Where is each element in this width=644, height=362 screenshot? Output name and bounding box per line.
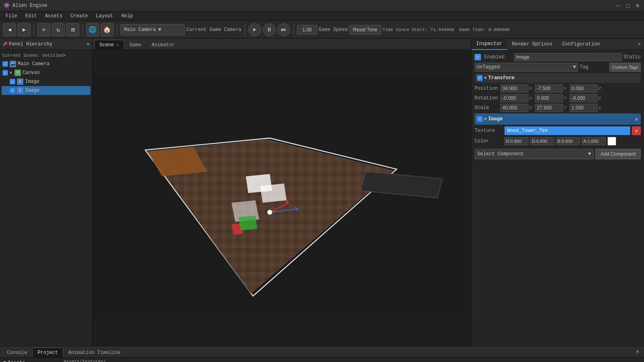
play-button[interactable]: ▶ bbox=[248, 23, 261, 36]
tab-game-label: Game bbox=[130, 42, 141, 48]
rot-z-input[interactable] bbox=[570, 94, 598, 102]
camera-label: Main Camera bbox=[124, 27, 156, 33]
tab-game[interactable]: Game bbox=[124, 40, 147, 49]
hierarchy-item-main-camera[interactable]: 📷 Main Camera bbox=[2, 60, 91, 68]
add-component-button[interactable]: Add Component bbox=[595, 149, 641, 159]
inspector-content: Enabled Static UnTagged ▼ Tag Custom Tag… bbox=[471, 50, 644, 346]
add-component-row: Select Component ▼ Add Component bbox=[475, 149, 641, 159]
rot-y-input[interactable] bbox=[535, 94, 563, 102]
titlebar: 👾 Alien Engine ─ □ ✕ bbox=[0, 0, 644, 11]
bottom-content: ▼ Assets AnimControllers AudioBanks Font… bbox=[0, 358, 644, 362]
color-swatch[interactable] bbox=[607, 137, 616, 146]
app-title: Alien Engine bbox=[12, 3, 47, 8]
move-tool-button[interactable]: ✛ bbox=[37, 23, 50, 36]
custom-tags-button[interactable]: Custom Tags bbox=[609, 63, 641, 72]
scale-z-input[interactable] bbox=[570, 104, 598, 112]
globe-button[interactable]: 🌐 bbox=[86, 23, 99, 36]
menu-edit[interactable]: Edit bbox=[21, 12, 41, 20]
hierarchy-item-canvas[interactable]: ▼ C Canvas bbox=[2, 68, 91, 77]
bottom-panel: Console Project Animation Timeline ✕ ▼ A… bbox=[0, 346, 644, 362]
reset-time-button[interactable]: Reset Time bbox=[349, 25, 381, 35]
menu-layout[interactable]: Layout bbox=[92, 12, 117, 20]
hierarchy-panel: 📌 Panel Hierarchy ✕ Current Scene: Untit… bbox=[0, 39, 93, 346]
tag-row: UnTagged ▼ Tag Custom Tags bbox=[475, 63, 641, 72]
asset-tree: ▼ Assets AnimControllers AudioBanks Font… bbox=[0, 358, 60, 362]
home-button[interactable]: 🏠 bbox=[101, 23, 114, 36]
asset-tree-root[interactable]: ▼ Assets bbox=[2, 359, 58, 362]
hierarchy-item-image1[interactable]: I Image bbox=[2, 77, 91, 86]
image-component-check[interactable]: ✓ bbox=[477, 116, 483, 122]
game-time-label: Game Time: 0.000000 bbox=[459, 27, 510, 32]
tab-scene-label: Scene bbox=[99, 42, 114, 48]
transform-arrow: ▼ bbox=[484, 76, 487, 80]
scale-z-label: Z bbox=[599, 105, 603, 110]
scale-y-input[interactable] bbox=[535, 104, 563, 112]
scene-svg bbox=[93, 50, 471, 346]
camera-checkbox[interactable] bbox=[2, 61, 8, 67]
inspector-tab-render[interactable]: Render Options bbox=[507, 39, 557, 50]
transform-check[interactable]: ✓ bbox=[477, 75, 483, 81]
rotate-tool-button[interactable]: ↻ bbox=[52, 23, 65, 36]
image-component-close[interactable]: ✕ bbox=[635, 116, 638, 123]
image1-checkbox[interactable] bbox=[10, 79, 15, 84]
toolbar: ◀ ▶ ✛ ↻ ⊞ 🌐 🏠 Main Camera ▼ Current Game… bbox=[0, 21, 644, 39]
color-r-input[interactable] bbox=[504, 137, 528, 145]
camera-arrow: ▼ bbox=[158, 27, 161, 33]
enabled-checkbox[interactable] bbox=[475, 54, 481, 60]
menu-assets[interactable]: Assets bbox=[41, 12, 66, 20]
bottom-panel-close[interactable]: ✕ bbox=[636, 346, 642, 357]
pos-x-input[interactable] bbox=[500, 84, 528, 93]
inspector-tab-inspector[interactable]: Inspector bbox=[471, 39, 507, 50]
pos-y-input[interactable] bbox=[535, 84, 563, 93]
canvas-label: Canvas bbox=[23, 70, 40, 76]
forward-button[interactable]: ▶ bbox=[18, 23, 31, 36]
transform-section-header[interactable]: ✓ ▼ Transform bbox=[475, 73, 641, 83]
step-button[interactable]: ⏭ bbox=[277, 23, 290, 36]
hierarchy-close-button[interactable]: ✕ bbox=[87, 41, 90, 47]
inspector-close-button[interactable]: ✕ bbox=[638, 41, 644, 47]
tab-animation[interactable]: Animation Timeline bbox=[63, 348, 126, 357]
scale-coords: X Y Z bbox=[500, 104, 641, 112]
separator-5 bbox=[293, 24, 294, 35]
hierarchy-item-image2[interactable]: I Image bbox=[2, 86, 91, 95]
menu-create[interactable]: Create bbox=[66, 12, 92, 20]
camera-dropdown[interactable]: Main Camera ▼ bbox=[120, 24, 185, 35]
config-tab-label: Configuration bbox=[562, 41, 600, 47]
maximize-button[interactable]: □ bbox=[625, 2, 631, 9]
close-button[interactable]: ✕ bbox=[634, 2, 641, 9]
color-g-input[interactable] bbox=[530, 137, 554, 145]
inspector-tab-config[interactable]: Configuration bbox=[557, 39, 605, 50]
rot-x-input[interactable] bbox=[500, 94, 528, 102]
color-b-input[interactable] bbox=[556, 137, 580, 145]
tag-dropdown[interactable]: UnTagged ▼ bbox=[475, 63, 578, 72]
pos-y-label: Y bbox=[564, 86, 569, 91]
pos-z-input[interactable] bbox=[570, 84, 598, 93]
pause-button[interactable]: ⏸ bbox=[263, 23, 276, 36]
canvas-checkbox[interactable] bbox=[2, 70, 8, 76]
tab-project[interactable]: Project bbox=[32, 348, 63, 357]
scale-x-input[interactable] bbox=[500, 104, 528, 112]
menu-file[interactable]: File bbox=[2, 12, 21, 20]
tab-scene[interactable]: Scene ✕ bbox=[94, 40, 124, 49]
pos-x-label: X bbox=[529, 86, 534, 91]
game-speed-input[interactable] bbox=[297, 25, 317, 35]
tab-animator[interactable]: Animator bbox=[146, 40, 180, 49]
menubar: File Edit Assets Create Layout Help bbox=[0, 11, 644, 21]
back-button[interactable]: ◀ bbox=[3, 23, 16, 36]
tab-console[interactable]: Console bbox=[2, 348, 32, 357]
color-a-input[interactable] bbox=[582, 137, 606, 145]
image1-label: Image bbox=[25, 79, 39, 84]
scene-tab-close[interactable]: ✕ bbox=[116, 42, 119, 47]
minimize-button[interactable]: ─ bbox=[615, 2, 621, 9]
scene-viewport[interactable] bbox=[93, 50, 471, 346]
select-component-dropdown[interactable]: Select Component ▼ bbox=[475, 149, 594, 159]
object-name-input[interactable] bbox=[514, 53, 622, 61]
image-component-header[interactable]: ✓ ▼ Image ✕ bbox=[475, 113, 641, 125]
scale-tool-button[interactable]: ⊞ bbox=[66, 23, 79, 36]
titlebar-controls[interactable]: ─ □ ✕ bbox=[615, 2, 641, 9]
image2-checkbox[interactable] bbox=[10, 88, 15, 93]
texture-clear-button[interactable]: ✕ bbox=[632, 126, 641, 135]
texture-input[interactable]: Wood_Tower_Tex bbox=[504, 126, 630, 135]
menu-help[interactable]: Help bbox=[117, 12, 137, 20]
scale-label: Scale bbox=[475, 105, 499, 111]
